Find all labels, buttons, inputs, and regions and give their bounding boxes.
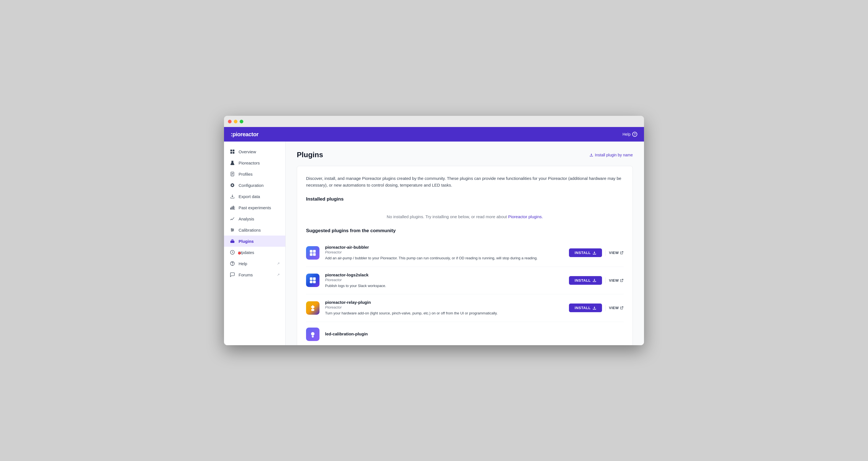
download-icon [229, 194, 235, 199]
installed-section-title: Installed plugins [306, 196, 624, 202]
clock-icon [229, 250, 235, 255]
suggested-section-title: Suggested plugins from the community [306, 228, 624, 234]
svg-rect-32 [312, 336, 313, 337]
plugin-icon-logs2slack [306, 273, 319, 287]
install-button-relay-plugin[interactable]: INSTALL [569, 303, 602, 312]
plugin-info-air-bubbler: pioreactor-air-bubbler Pioreactor Add an… [325, 245, 563, 261]
install-button-logs2slack[interactable]: INSTALL [569, 276, 602, 285]
plugin-item-led-calibration: led-calibration-plugin [306, 322, 624, 345]
sidebar-item-pioreactors[interactable]: Pioreactors [224, 157, 285, 168]
plugin-item-air-bubbler: pioreactor-air-bubbler Pioreactor Add an… [306, 239, 624, 267]
svg-rect-3 [233, 152, 235, 154]
svg-point-30 [311, 332, 314, 335]
help-external-icon: ↗ [277, 262, 280, 265]
help-icon: ? [632, 132, 637, 137]
plugin-item-logs2slack: pioreactor-logs2slack Pioreactor Publish… [306, 267, 624, 295]
page-header: Plugins Install plugin by name [297, 151, 633, 159]
chart-bar-icon [229, 205, 235, 210]
svg-point-20 [232, 265, 233, 265]
page-title: Plugins [297, 151, 323, 159]
no-plugins-message: No installed plugins. Try installing one… [306, 207, 624, 228]
forums-external-icon: ↗ [277, 273, 280, 277]
svg-rect-26 [313, 277, 316, 280]
minimize-button[interactable] [234, 120, 238, 123]
plugin-icon-relay-plugin [306, 301, 319, 315]
plugin-desc: Add an air-pump / bubbler to your Piorea… [325, 255, 563, 261]
forums-label: Forums [239, 272, 253, 277]
plugins-label: Plugins [239, 239, 254, 244]
plugin-author: Pioreactor [325, 305, 563, 309]
gear-icon [229, 183, 235, 188]
plugin-icon [229, 238, 235, 244]
svg-point-16 [233, 229, 234, 230]
pioreactor-plugins-link[interactable]: Pioreactor plugins. [508, 214, 543, 219]
view-button-logs2slack[interactable]: VIEW [609, 278, 624, 283]
svg-rect-22 [313, 250, 316, 253]
svg-rect-27 [310, 281, 313, 284]
view-button-air-bubbler[interactable]: VIEW [609, 251, 624, 255]
svg-rect-11 [234, 207, 235, 209]
svg-rect-8 [230, 207, 231, 209]
svg-rect-9 [231, 206, 232, 209]
chat-icon [229, 272, 235, 277]
export-data-label: Export data [239, 194, 260, 199]
sidebar-item-calibrations[interactable]: Calibrations [224, 224, 285, 235]
close-button[interactable] [228, 120, 231, 123]
app-header: :pioreactor Help ? [224, 127, 644, 141]
download-small-icon [589, 153, 593, 157]
sidebar-item-export-data[interactable]: Export data [224, 191, 285, 202]
svg-rect-1 [233, 150, 235, 151]
calibrations-label: Calibrations [239, 228, 261, 232]
plugin-item-relay-plugin: pioreactor-relay-plugin Pioreactor Turn … [306, 294, 624, 322]
install-plugin-by-name-link[interactable]: Install plugin by name [589, 153, 633, 157]
sidebar-item-past-experiments[interactable]: Past experiments [224, 202, 285, 213]
help-button[interactable]: Help ? [622, 132, 637, 137]
grid-icon [229, 149, 235, 155]
svg-rect-24 [313, 253, 316, 256]
help-nav-label: Help [239, 261, 247, 266]
app-logo: :pioreactor [231, 131, 258, 138]
plugin-author: Pioreactor [325, 250, 563, 254]
flask-icon [229, 160, 235, 166]
view-button-relay-plugin[interactable]: VIEW [609, 306, 624, 310]
install-button-air-bubbler[interactable]: INSTALL [569, 249, 602, 257]
sidebar-item-profiles[interactable]: Profiles [224, 168, 285, 179]
intro-text: Discover, install, and manage Pioreactor… [306, 175, 624, 189]
maximize-button[interactable] [240, 120, 243, 123]
configuration-label: Configuration [239, 183, 264, 188]
plugin-actions-relay-plugin: INSTALL VIEW [569, 303, 624, 312]
sidebar-item-updates[interactable]: Updates [224, 247, 285, 258]
sliders-icon [229, 227, 235, 233]
question-icon [229, 261, 235, 266]
sidebar-item-forums[interactable]: Forums ↗ [224, 269, 285, 280]
updates-badge [238, 252, 241, 255]
plugin-info-logs2slack: pioreactor-logs2slack Pioreactor Publish… [325, 272, 563, 289]
svg-rect-21 [310, 250, 313, 253]
svg-point-15 [231, 229, 232, 230]
plugin-name: led-calibration-plugin [325, 331, 624, 336]
plugin-author: Pioreactor [325, 278, 563, 282]
file-icon [229, 171, 235, 177]
plugin-info-relay-plugin: pioreactor-relay-plugin Pioreactor Turn … [325, 300, 563, 316]
past-experiments-label: Past experiments [239, 205, 271, 210]
plugin-name: pioreactor-logs2slack [325, 272, 563, 277]
sidebar-item-analysis[interactable]: Analysis [224, 213, 285, 224]
sidebar-item-plugins[interactable]: Plugins [224, 235, 285, 247]
svg-rect-23 [310, 253, 313, 256]
svg-rect-10 [233, 206, 234, 210]
sidebar-item-help[interactable]: Help ↗ [224, 258, 285, 269]
sidebar-item-overview[interactable]: Overview [224, 146, 285, 157]
svg-rect-31 [312, 336, 314, 337]
pioreactors-label: Pioreactors [239, 161, 260, 165]
plugin-actions-logs2slack: INSTALL VIEW [569, 276, 624, 285]
sidebar: Overview Pioreactors [224, 141, 286, 345]
profiles-label: Profiles [239, 172, 253, 176]
analysis-label: Analysis [239, 217, 254, 221]
svg-point-17 [231, 230, 232, 232]
svg-rect-28 [313, 281, 316, 284]
updates-label: Updates [239, 250, 254, 255]
svg-rect-29 [311, 309, 314, 311]
plugin-desc: Publish logs to your Slack workspace. [325, 283, 563, 289]
plugin-icon-air-bubbler [306, 246, 319, 260]
sidebar-item-configuration[interactable]: Configuration [224, 179, 285, 191]
